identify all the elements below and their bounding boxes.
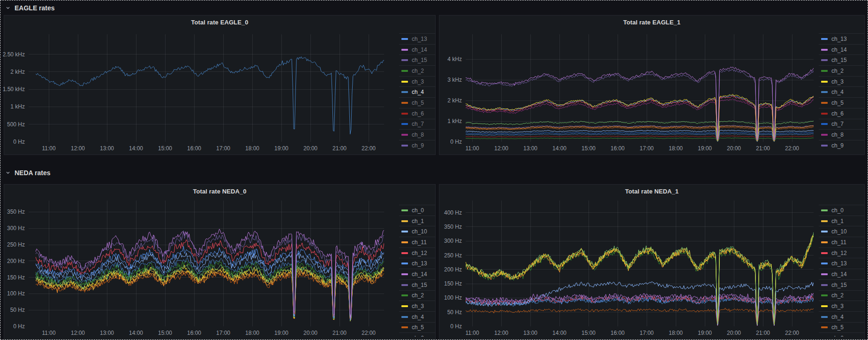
series-color-swatch (821, 49, 828, 51)
series-color-swatch (821, 102, 828, 104)
legend-item-ch_2[interactable]: ch_2 (819, 65, 864, 76)
legend-label: ch_15 (412, 282, 427, 288)
legend-item-ch_14[interactable]: ch_14 (819, 269, 864, 279)
legend-item-ch_10[interactable]: ch_10 (819, 226, 864, 237)
legend-label: ch_3 (831, 303, 844, 309)
time-series-plot[interactable] (466, 201, 814, 326)
legend-item-ch_12[interactable]: ch_12 (819, 247, 864, 258)
legend-item-ch_8[interactable]: ch_8 (399, 129, 435, 140)
legend-label: ch_13 (412, 261, 427, 266)
y-tick-label: 0 Hz (0, 139, 25, 145)
legend-item-ch_2[interactable]: ch_2 (819, 290, 864, 301)
legend-label: ch_3 (412, 303, 424, 309)
series-color-swatch (821, 134, 828, 136)
dashboard-row: EAGLE rates Total rate EAGLE_0 ch_13ch_1… (0, 0, 868, 155)
legend-item-ch_4[interactable]: ch_4 (819, 86, 864, 97)
y-tick-label: 0 Hz (0, 323, 25, 330)
time-series-plot[interactable] (29, 34, 384, 142)
legend-item-ch_9[interactable]: ch_9 (819, 140, 864, 151)
legend-item-ch_13[interactable]: ch_13 (399, 258, 435, 269)
legend-item-ch_9[interactable]: ch_9 (399, 140, 435, 151)
x-tick-label: 14:00 (552, 330, 566, 336)
legend-item-ch_15[interactable]: ch_15 (399, 54, 435, 65)
legend-item-ch_4[interactable]: ch_4 (819, 311, 864, 322)
legend-label: ch_13 (412, 36, 427, 42)
legend-item-ch_5[interactable]: ch_5 (819, 322, 864, 333)
legend-item-ch_1[interactable]: ch_1 (819, 216, 864, 226)
legend-item-ch_3[interactable]: ch_3 (399, 301, 435, 311)
y-tick-label: 2.50 kHz (0, 51, 25, 58)
time-series-plot[interactable] (29, 201, 384, 326)
legend-item-ch_5[interactable]: ch_5 (399, 322, 435, 333)
series-color-swatch (821, 38, 828, 40)
panel-title[interactable]: Total rate NEDA_1 (439, 188, 864, 195)
legend-label: ch_7 (412, 121, 424, 127)
legend-item-ch_13[interactable]: ch_13 (819, 33, 864, 44)
legend: ch_0ch_1ch_10ch_11ch_12ch_13ch_14ch_15ch… (819, 205, 864, 337)
legend-item-ch_5[interactable]: ch_5 (819, 97, 864, 108)
legend-item-ch_14[interactable]: ch_14 (399, 44, 435, 55)
legend-item-ch_11[interactable]: ch_11 (399, 237, 435, 247)
legend-item-ch_6[interactable]: ch_6 (399, 332, 435, 337)
chevron-down-icon (5, 5, 11, 11)
x-tick-label: 13:00 (523, 145, 537, 152)
x-tick-label: 15:00 (581, 330, 596, 336)
legend-item-ch_15[interactable]: ch_15 (399, 279, 435, 290)
legend-item-ch_8[interactable]: ch_8 (819, 129, 864, 140)
x-tick-label: 13:00 (100, 145, 114, 152)
y-tick-label: 4 kHz (433, 56, 462, 62)
legend-item-ch_13[interactable]: ch_13 (399, 33, 435, 44)
legend-label: ch_4 (412, 314, 424, 320)
y-tick-label: 100 Hz (433, 294, 462, 301)
panel-title[interactable]: Total rate EAGLE_0 (4, 19, 435, 26)
legend-item-ch_0[interactable]: ch_0 (819, 205, 864, 216)
legend-item-ch_12[interactable]: ch_12 (399, 247, 435, 258)
row-panels: Total rate NEDA_0 ch_0ch_1ch_10ch_11ch_1… (0, 184, 868, 340)
x-tick-label: 20:00 (303, 145, 317, 152)
panel-title[interactable]: Total rate EAGLE_1 (439, 19, 864, 26)
legend-item-ch_5[interactable]: ch_5 (399, 97, 435, 108)
legend-item-ch_7[interactable]: ch_7 (399, 119, 435, 130)
legend-item-ch_0[interactable]: ch_0 (399, 205, 435, 216)
legend: ch_13ch_14ch_15ch_2ch_3ch_4ch_5ch_6ch_7c… (399, 33, 435, 152)
panel-title[interactable]: Total rate NEDA_0 (4, 188, 435, 195)
legend-item-ch_10[interactable]: ch_10 (399, 226, 435, 237)
legend-item-ch_11[interactable]: ch_11 (819, 237, 864, 247)
legend-item-ch_14[interactable]: ch_14 (399, 269, 435, 279)
time-series-plot[interactable] (466, 34, 814, 142)
x-tick-label: 15:00 (581, 145, 596, 152)
legend-label: ch_0 (412, 208, 424, 213)
legend-item-ch_15[interactable]: ch_15 (819, 54, 864, 65)
legend-item-ch_4[interactable]: ch_4 (399, 86, 435, 97)
legend-item-ch_2[interactable]: ch_2 (399, 290, 435, 301)
x-tick-label: 20:00 (727, 330, 741, 336)
grid-lines (29, 34, 384, 142)
series-color-swatch (821, 113, 828, 115)
legend-label: ch_3 (831, 79, 844, 85)
legend-label: ch_12 (412, 250, 427, 256)
legend-item-ch_13[interactable]: ch_13 (819, 258, 864, 269)
legend-item-ch_2[interactable]: ch_2 (399, 65, 435, 76)
series-color-swatch (401, 209, 408, 211)
x-tick-label: 17:00 (640, 330, 654, 336)
legend-item-ch_15[interactable]: ch_15 (819, 279, 864, 290)
series-color-swatch (401, 305, 408, 307)
legend-label: ch_4 (831, 89, 844, 95)
row-header-eagle[interactable]: EAGLE rates (0, 0, 868, 15)
legend-item-ch_7[interactable]: ch_7 (819, 119, 864, 130)
legend-item-ch_14[interactable]: ch_14 (819, 44, 864, 55)
y-tick-label: 200 Hz (433, 266, 462, 273)
legend-item-ch_3[interactable]: ch_3 (819, 76, 864, 87)
legend-item-ch_1[interactable]: ch_1 (399, 216, 435, 226)
legend-item-ch_6[interactable]: ch_6 (399, 108, 435, 119)
legend-item-ch_6[interactable]: ch_6 (819, 108, 864, 119)
legend-item-ch_3[interactable]: ch_3 (399, 76, 435, 87)
legend-item-ch_6[interactable]: ch_6 (819, 332, 864, 337)
legend-item-ch_4[interactable]: ch_4 (399, 311, 435, 322)
x-tick-label: 16:00 (187, 145, 201, 152)
x-tick-label: 14:00 (129, 330, 143, 336)
x-tick-label: 18:00 (245, 330, 259, 336)
legend-item-ch_3[interactable]: ch_3 (819, 301, 864, 311)
row-header-neda[interactable]: NEDA rates (0, 155, 868, 184)
series-color-swatch (401, 59, 408, 61)
